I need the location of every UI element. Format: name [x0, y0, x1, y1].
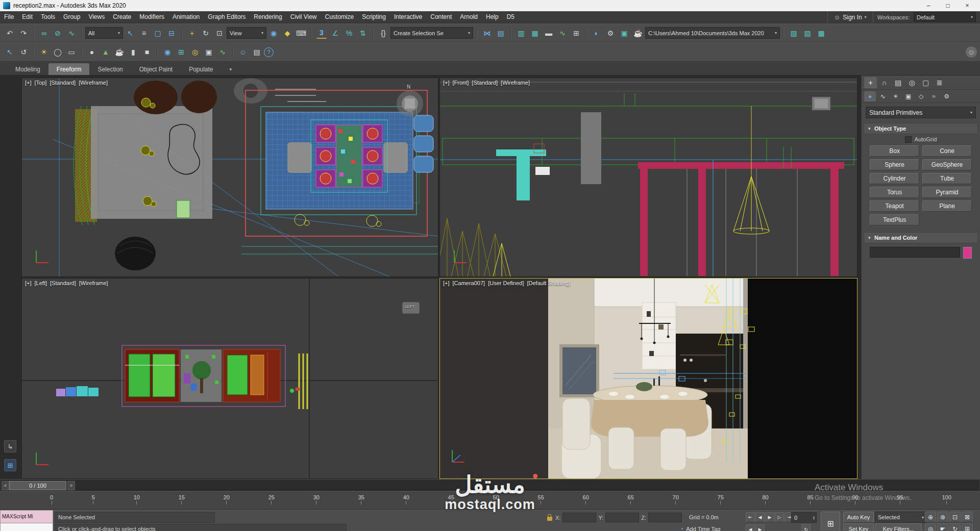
render-production-icon[interactable]: ☕	[631, 27, 645, 40]
object-type-button[interactable]: GeoSphere	[922, 159, 972, 170]
step-back-icon[interactable]: ◀	[746, 524, 755, 531]
viewport-shading-label[interactable]: [Default Shading]	[527, 280, 570, 286]
select-object-icon[interactable]: ↖	[124, 27, 137, 40]
pan-icon[interactable]: ☛	[937, 523, 948, 531]
toggle-ribbon-icon[interactable]: ▬	[542, 27, 555, 40]
box-icon[interactable]: ■	[140, 45, 154, 59]
minimize-icon[interactable]: –	[919, 0, 938, 11]
menu-item[interactable]: D5	[503, 11, 519, 23]
viewport-shading-label[interactable]: [Wireframe]	[79, 80, 108, 86]
viewport-renderer-label[interactable]: [Standard]	[472, 80, 498, 86]
menu-item[interactable]: File	[0, 11, 18, 23]
select-by-name-icon[interactable]: ≡	[137, 27, 151, 40]
use-pivot-center-icon[interactable]: ◉	[267, 27, 280, 40]
menu-item[interactable]: Views	[84, 11, 109, 23]
explorer-layout-icon-c[interactable]: ▩	[815, 27, 828, 40]
light-create-icon[interactable]: ☀	[37, 45, 51, 59]
align-icon[interactable]: ▤	[494, 27, 507, 40]
modify-tab-icon[interactable]: ∩	[878, 77, 891, 88]
eye-icon[interactable]: ◉	[161, 45, 174, 59]
maxscript-mini-listener[interactable]: MAXScript Mi	[0, 510, 53, 531]
y-coordinate-input[interactable]	[605, 513, 639, 522]
viewport-view-label[interactable]: [Front]	[453, 80, 469, 86]
object-type-button[interactable]: Cylinder	[870, 173, 919, 184]
time-slider-track[interactable]	[1, 481, 979, 490]
selection-filter-dropdown[interactable]: All ▾	[85, 27, 123, 39]
x-coordinate-input[interactable]	[562, 513, 596, 522]
left-viewport-canvas[interactable]	[22, 279, 438, 478]
select-and-place-icon[interactable]: ↖	[3, 45, 16, 59]
top-viewport-canvas[interactable]	[22, 78, 438, 276]
utilities-tab-icon[interactable]: ≣	[933, 77, 946, 88]
time-slider-handle[interactable]: 0 / 100	[9, 481, 66, 490]
ribbon-tab[interactable]: Freeform	[48, 63, 90, 75]
frame-spinner[interactable]: ▲ ▼	[813, 516, 816, 520]
zoom-all-icon[interactable]: ⊛	[937, 512, 948, 522]
viewport-renderer-label[interactable]: [Standard]	[50, 280, 76, 286]
spinner-snap-icon[interactable]: ⇅	[356, 27, 370, 40]
teapot-icon[interactable]: ☕	[113, 45, 126, 59]
sign-in-button[interactable]: ☺ Sign In ▾	[827, 11, 873, 23]
rectangular-selection-region-icon[interactable]: ▢	[151, 27, 164, 40]
free-rotate-icon[interactable]: ↺	[17, 45, 30, 59]
spacewarps-category-icon[interactable]: ≈	[928, 91, 940, 102]
key-filters-button[interactable]: Key Filters...	[875, 523, 922, 531]
window-crossing-icon[interactable]: ⊟	[165, 27, 178, 40]
unlink-selection-icon[interactable]: ⊘	[51, 27, 64, 40]
maxscript-listener-row[interactable]	[0, 523, 53, 531]
menu-item[interactable]: Scripting	[358, 11, 390, 23]
viewport-renderer-label[interactable]: [Standard]	[50, 80, 76, 86]
explorer-layout-icon-a[interactable]: ▧	[787, 27, 800, 40]
hierarchy-tab-icon[interactable]: ▤	[892, 77, 904, 88]
current-frame-field[interactable]: 0 ▲ ▼	[791, 512, 817, 523]
menu-item[interactable]: Edit	[18, 11, 37, 23]
step-forward-icon[interactable]: ▶	[755, 524, 765, 531]
cameras-category-icon[interactable]: ▣	[902, 91, 914, 102]
close-icon[interactable]: ×	[958, 0, 977, 11]
select-and-move-icon[interactable]: +	[185, 27, 199, 40]
bind-to-space-warp-icon[interactable]: ∿	[65, 27, 78, 40]
go-to-start-icon[interactable]: ⇤	[746, 512, 755, 522]
sphere-icon[interactable]: ●	[85, 45, 99, 59]
zoom-icon[interactable]: ⊕	[925, 512, 936, 522]
ribbon-options-icon[interactable]: ▾	[230, 67, 232, 75]
helper-icon[interactable]: ◎	[188, 45, 202, 59]
select-and-link-icon[interactable]: ∞	[37, 27, 51, 40]
snap-toggle-3d-icon[interactable]: 3	[316, 28, 327, 39]
next-frame-icon[interactable]: ▷	[775, 512, 784, 522]
select-and-scale-icon[interactable]: ⊡	[213, 27, 226, 40]
keyboard-shortcut-override-icon[interactable]: ⌨	[295, 27, 308, 40]
help-icon[interactable]: ?	[264, 47, 274, 57]
menu-item[interactable]: Graph Editors	[204, 11, 250, 23]
object-type-button[interactable]: TextPlus	[870, 214, 919, 225]
viewport-shading-label[interactable]: [Wireframe]	[501, 80, 530, 86]
percent-snap-icon[interactable]: %	[342, 27, 356, 40]
systems-category-icon[interactable]: ⚙	[941, 91, 952, 102]
autogrid-checkbox[interactable]	[905, 136, 912, 143]
maximize-viewport-icon[interactable]: ⊞	[962, 523, 973, 531]
previous-frame-button[interactable]: <	[2, 481, 9, 490]
reference-coordinate-dropdown[interactable]: View ▾	[227, 27, 266, 39]
helpers-category-icon[interactable]: ◇	[915, 91, 927, 102]
lights-category-icon[interactable]: ☀	[890, 91, 901, 102]
document-icon[interactable]: ▤	[250, 45, 263, 59]
key-mode-dropdown[interactable]: Selected ▾	[875, 512, 927, 523]
schematic-view-icon[interactable]: ⊞	[570, 27, 583, 40]
curve-editor-icon[interactable]: ∿	[556, 27, 569, 40]
viewport-shading-label[interactable]: [Wireframe]	[79, 280, 108, 286]
undo-icon[interactable]: ↶	[3, 27, 16, 40]
field-of-view-icon[interactable]: ◎	[925, 523, 936, 531]
explorer-layout-icon-b[interactable]: ▨	[801, 27, 814, 40]
geometry-category-dropdown[interactable]: Standard Primitives ▾	[866, 107, 976, 118]
menu-item[interactable]: Help	[482, 11, 503, 23]
front-viewport-canvas[interactable]	[440, 78, 857, 276]
orbit-icon[interactable]: ↻	[949, 523, 961, 531]
angle-snap-icon[interactable]: ∠	[329, 27, 342, 40]
ribbon-tab[interactable]: Populate	[181, 63, 221, 75]
circle-shape-icon[interactable]: ◯	[51, 45, 64, 59]
play-icon[interactable]: ▶	[765, 512, 774, 522]
viewport-top[interactable]: [+] [Top] [Standard] [Wireframe] N	[22, 78, 438, 276]
object-type-button[interactable]: Torus	[870, 187, 919, 198]
ribbon-tab[interactable]: Object Paint	[131, 63, 181, 75]
menu-item[interactable]: Customize	[321, 11, 358, 23]
